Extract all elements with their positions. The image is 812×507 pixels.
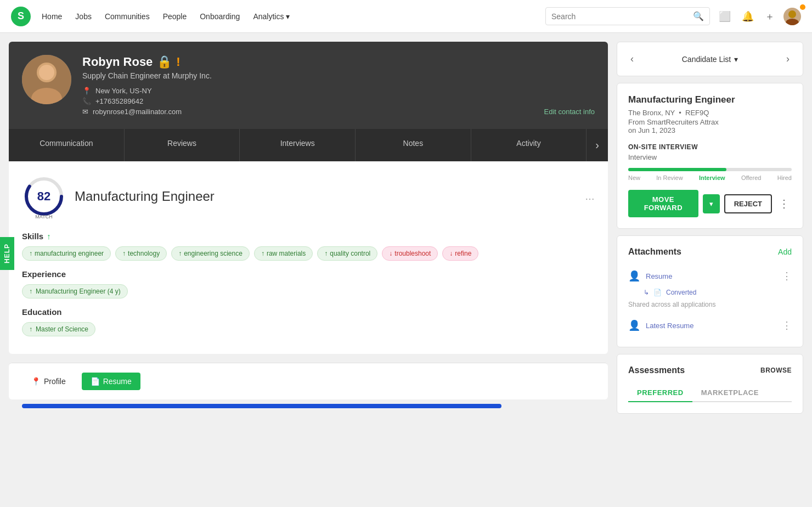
nav-home[interactable]: Home xyxy=(42,12,62,21)
arrow-up-icon: ↑ xyxy=(122,250,126,257)
document-icon: 📄 xyxy=(653,289,662,296)
edit-contact-button[interactable]: Edit contact info xyxy=(544,108,595,116)
attachments-section: Attachments Add 👤 Resume ⋮ ↳ 📄 Converted… xyxy=(617,235,803,347)
tab-nav: Communication Reviews Interviews Notes A… xyxy=(9,129,608,161)
tab-preferred[interactable]: PREFERRED xyxy=(628,384,692,402)
shared-label: Shared across all applications xyxy=(628,298,792,315)
experience-tag: ↑ Manufacturing Engineer (4 y) xyxy=(22,284,128,298)
location-icon: 📍 xyxy=(82,87,91,95)
job-options-icon[interactable]: … xyxy=(585,191,595,202)
score-section: 82 MATCH Manufacturing Engineer … xyxy=(22,174,595,218)
svg-point-1 xyxy=(786,19,799,25)
tab-communication[interactable]: Communication xyxy=(9,129,125,161)
bell-icon[interactable]: 🔔 xyxy=(740,8,756,25)
nav-right: 🔍 ⬜ 🔔 ＋ xyxy=(545,7,801,25)
svg-point-0 xyxy=(788,10,796,18)
latest-resume-attachment[interactable]: Latest Resume xyxy=(646,322,776,330)
reject-button[interactable]: REJECT xyxy=(724,194,772,213)
person-icon: 👤 xyxy=(628,319,640,331)
arrow-up-icon: ↑ xyxy=(261,250,264,257)
search-input[interactable] xyxy=(551,12,693,21)
assessments-title: Assessments xyxy=(628,365,685,375)
job-card-meta: The Bronx, NY • REF9Q xyxy=(628,109,792,117)
converted-label[interactable]: Converted xyxy=(666,289,696,296)
progress-bar-fill xyxy=(628,168,726,171)
search-icon[interactable]: 🔍 xyxy=(693,11,704,21)
nav-jobs[interactable]: Jobs xyxy=(75,12,92,21)
chevron-down-icon: ▾ xyxy=(286,12,290,21)
stage-label: ON-SITE INTERVIEW xyxy=(628,143,792,151)
tab-notes[interactable]: Notes xyxy=(356,129,471,161)
right-panel: ‹ Candidate List ▾ › Manufacturing Engin… xyxy=(617,42,803,414)
arrow-up-icon: ↑ xyxy=(178,250,182,257)
prev-candidate-button[interactable]: ‹ xyxy=(626,51,638,67)
attachment-more-button[interactable]: ⋮ xyxy=(782,270,792,282)
latest-resume-item: 👤 Latest Resume ⋮ xyxy=(628,315,792,336)
skills-section-title: Skills ↑ xyxy=(22,232,595,241)
job-card-source: From SmartRecruiters Attrax on Jun 1, 20… xyxy=(628,118,792,134)
tab-interviews[interactable]: Interviews xyxy=(240,129,356,161)
blue-bar xyxy=(22,404,501,408)
notification-dot xyxy=(800,4,805,10)
nav-people[interactable]: People xyxy=(163,12,187,21)
stage-name: Interview xyxy=(628,153,792,161)
user-avatar[interactable] xyxy=(783,8,801,25)
education-section-title: Education xyxy=(22,307,595,317)
profile-icon: 📍 xyxy=(31,377,41,386)
tab-reviews[interactable]: Reviews xyxy=(125,129,240,161)
nav-links: Home Jobs Communities People Onboarding … xyxy=(42,12,545,21)
skill-tag-negative: ↓ troubleshoot xyxy=(382,246,438,261)
nav-onboarding[interactable]: Onboarding xyxy=(200,12,240,21)
candidate-list-dropdown[interactable]: Candidate List ▾ xyxy=(682,55,738,64)
browse-assessments-button[interactable]: BROWSE xyxy=(760,367,792,374)
stage-new: New xyxy=(628,174,640,181)
stage-in-review: In Review xyxy=(656,174,683,181)
arrow-down-icon: ↓ xyxy=(449,250,453,257)
plus-icon[interactable]: ＋ xyxy=(763,8,777,25)
next-candidate-button[interactable]: › xyxy=(782,51,794,67)
resume-tab-button[interactable]: 📄 Resume xyxy=(82,373,140,390)
tab-more[interactable]: › xyxy=(587,129,608,161)
tab-activity[interactable]: Activity xyxy=(471,129,587,161)
profile-email: ✉ robynrose1@mailinator.com xyxy=(82,108,595,116)
alert-icon: ! xyxy=(176,55,180,69)
skill-tag: ↑ manufacturing engineer xyxy=(22,246,111,261)
attachment-item: 👤 Resume ⋮ xyxy=(628,266,792,286)
profile-avatar xyxy=(22,55,71,104)
arrow-up-icon: ↑ xyxy=(29,325,32,333)
nav-analytics[interactable]: Analytics ▾ xyxy=(253,12,290,21)
job-card-title: Manufacturing Engineer xyxy=(628,94,792,105)
lock-icon: 🔒 xyxy=(157,55,172,69)
attachments-header: Attachments Add xyxy=(628,247,792,257)
more-actions-button[interactable]: ⋮ xyxy=(776,195,792,212)
add-attachment-button[interactable]: Add xyxy=(778,247,792,256)
arrow-indent-icon: ↳ xyxy=(644,289,649,296)
match-score-circle: 82 MATCH xyxy=(22,174,66,218)
help-tab[interactable]: HELP xyxy=(0,237,14,270)
candidate-nav: ‹ Candidate List ▾ › xyxy=(617,42,803,76)
progress-stages: New In Review Interview Offered Hired xyxy=(628,174,792,181)
experience-section-title: Experience xyxy=(22,269,595,279)
profile-phone: 📞 +17635289642 xyxy=(82,97,595,105)
help-label: HELP xyxy=(3,244,11,263)
resume-attachment[interactable]: Resume xyxy=(646,272,776,280)
left-panel: Robyn Rose 🔒 ! Supply Chain Engineer at … xyxy=(9,42,608,414)
tab-marketplace[interactable]: MARKETPLACE xyxy=(692,384,768,402)
move-forward-button[interactable]: MOVE FORWARD xyxy=(628,190,698,217)
action-buttons: MOVE FORWARD ▾ REJECT ⋮ xyxy=(628,190,792,217)
latest-resume-more-button[interactable]: ⋮ xyxy=(782,319,792,331)
document-icon: 📄 xyxy=(91,377,100,386)
profile-details: 📍 New York, US-NY 📞 +17635289642 ✉ robyn… xyxy=(82,87,595,116)
monitor-icon[interactable]: ⬜ xyxy=(717,8,733,25)
email-icon: ✉ xyxy=(82,108,88,116)
stage-hired: Hired xyxy=(777,174,792,181)
nav-communities[interactable]: Communities xyxy=(105,12,150,21)
assessments-tabs: PREFERRED MARKETPLACE xyxy=(628,384,792,402)
profile-tab-button[interactable]: 📍 Profile xyxy=(22,372,75,391)
arrow-up-icon: ↑ xyxy=(47,232,51,241)
app-logo[interactable]: S xyxy=(11,7,31,26)
arrow-up-icon: ↑ xyxy=(29,288,32,295)
arrow-down-icon: ↓ xyxy=(389,250,392,257)
converted-attachment: ↳ 📄 Converted xyxy=(628,286,792,298)
move-forward-dropdown-button[interactable]: ▾ xyxy=(703,194,720,213)
